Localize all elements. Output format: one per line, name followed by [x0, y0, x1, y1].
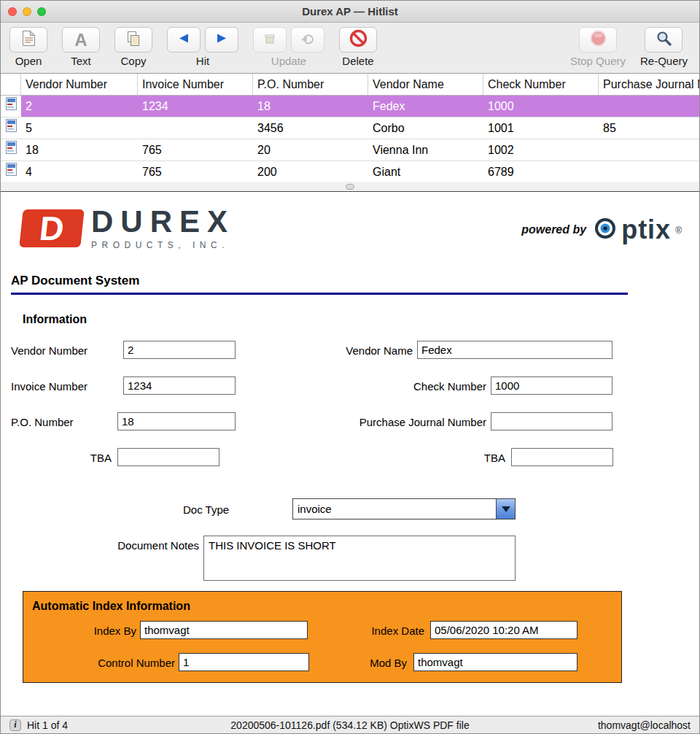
open-button-face[interactable] — [9, 27, 47, 53]
po-number-input[interactable] — [117, 412, 236, 430]
cell-vendor-name: Giant — [368, 161, 483, 182]
requery-button[interactable]: Re-Query — [640, 27, 688, 67]
undo-button[interactable] — [291, 27, 324, 53]
column-header-po-number[interactable]: P.O. Number — [253, 74, 368, 95]
copy-button-face[interactable] — [114, 27, 152, 53]
cell-invoice-number: 765 — [138, 161, 253, 182]
hit-label: Hit — [196, 55, 209, 67]
cell-invoice-number — [138, 117, 253, 139]
hitlist-body: 2 1234 18 Fedex 1000 5 3456 Corbo 1001 8… — [1, 96, 699, 182]
doc-type-combobox[interactable]: invoice — [292, 498, 516, 519]
durex-logo-subtext: PRODUCTS, INC. — [91, 240, 235, 250]
cell-invoice-number: 1234 — [138, 96, 253, 117]
requery-label: Re-Query — [640, 55, 688, 67]
table-row[interactable]: 18 765 20 Vienna Inn 1002 — [1, 139, 699, 161]
file-info-status: 20200506-101126.pdf (534.12 KB) OptixWS … — [155, 719, 545, 731]
check-number-label: Check Number — [380, 380, 486, 393]
close-button[interactable] — [8, 7, 17, 16]
open-button-label: Open — [15, 55, 42, 67]
vendor-number-input[interactable] — [123, 341, 236, 359]
index-by-label: Index By — [67, 625, 136, 637]
durex-logo-mark: D — [19, 209, 84, 247]
check-number-input[interactable] — [491, 376, 612, 395]
stop-query-button[interactable]: Stop Query — [570, 27, 626, 67]
minimize-button[interactable] — [23, 7, 31, 16]
hit-next-button[interactable] — [205, 27, 238, 53]
zoom-button[interactable] — [37, 7, 46, 16]
column-header-check-number[interactable]: Check Number — [483, 74, 599, 95]
invoice-number-label: Invoice Number — [11, 380, 88, 393]
update-group: Update — [253, 27, 324, 67]
cell-vendor-name: Corbo — [368, 117, 483, 139]
panel-title: Automatic Index Information — [32, 600, 190, 613]
table-row[interactable]: 2 1234 18 Fedex 1000 — [1, 96, 699, 117]
no-entry-icon — [349, 29, 368, 50]
cell-invoice-number: 765 — [138, 139, 253, 161]
column-header-vendor-number[interactable]: Vendor Number — [21, 74, 138, 95]
column-header-invoice-number[interactable]: Invoice Number — [138, 74, 253, 95]
text-button-face[interactable]: A — [62, 27, 100, 53]
mod-by-input[interactable] — [413, 653, 578, 671]
hit-count-status: Hit 1 of 4 — [27, 719, 68, 731]
invoice-number-input[interactable] — [123, 376, 236, 395]
stop-circle-icon — [589, 29, 607, 50]
index-date-input[interactable] — [430, 621, 578, 639]
update-button[interactable] — [253, 27, 287, 53]
text-button[interactable]: A Text — [62, 27, 100, 67]
mod-by-label: Mod By — [344, 657, 407, 669]
control-number-label: Control Number — [67, 657, 175, 669]
delete-button[interactable]: Delete — [339, 27, 377, 67]
purchase-journal-number-label: Purchase Journal Number — [322, 416, 486, 428]
document-notes-label: Document Notes — [88, 539, 199, 552]
section-title-information: Information — [23, 313, 87, 326]
open-button[interactable]: Open — [9, 27, 47, 67]
hit-previous-button[interactable] — [167, 27, 201, 53]
splitter-grip-icon[interactable] — [346, 184, 354, 190]
delete-button-face[interactable] — [339, 27, 377, 53]
po-number-label: P.O. Number — [11, 416, 74, 428]
pane-splitter[interactable] — [1, 182, 699, 192]
powered-by-text: powered by — [521, 223, 586, 236]
tba-left-input[interactable] — [117, 448, 219, 466]
heading-underline — [11, 293, 628, 295]
document-pane: D DUREX PRODUCTS, INC. powered by ptix ®… — [1, 192, 699, 716]
cell-po-number: 20 — [253, 139, 368, 161]
hitlist-header: Vendor Number Invoice Number P.O. Number… — [1, 74, 699, 96]
stop-query-face[interactable] — [579, 27, 617, 53]
copy-button-label: Copy — [120, 55, 146, 67]
doc-type-value: invoice — [293, 499, 496, 519]
letter-a-icon: A — [74, 31, 87, 49]
statusbar: i Hit 1 of 4 20200506-101126.pdf (534.12… — [1, 716, 699, 733]
optix-eye-icon — [594, 217, 617, 243]
document-notes-input[interactable]: THIS INVOICE IS SHORT — [203, 536, 516, 581]
requery-face[interactable] — [645, 27, 682, 53]
purchase-journal-number-input[interactable] — [491, 412, 612, 430]
cell-purchase-journal — [599, 161, 699, 182]
index-by-input[interactable] — [140, 621, 308, 639]
table-row[interactable]: 5 3456 Corbo 1001 85 — [1, 117, 699, 139]
window-title: Durex AP — Hitlist — [302, 5, 398, 18]
control-number-input[interactable] — [179, 653, 309, 671]
app-window: Durex AP — Hitlist Open A Text Copy — [0, 0, 700, 734]
tba-right-input[interactable] — [511, 448, 613, 466]
cell-vendor-name: Fedex — [368, 96, 483, 117]
index-date-label: Index Date — [344, 625, 424, 637]
column-header-icon — [1, 74, 21, 95]
chevron-down-icon[interactable] — [496, 499, 515, 519]
column-header-purchase-journal[interactable]: Purchase Journal Number — [599, 74, 699, 95]
stop-query-label: Stop Query — [570, 55, 626, 67]
table-row[interactable]: 4 765 200 Giant 6789 — [1, 161, 699, 182]
cell-check-number: 1001 — [483, 117, 599, 139]
column-header-vendor-name[interactable]: Vendor Name — [368, 74, 483, 95]
copy-pages-icon — [125, 31, 141, 50]
copy-button[interactable]: Copy — [114, 27, 152, 67]
cell-purchase-journal — [599, 139, 699, 161]
page-title: AP Document System — [11, 274, 139, 288]
pdf-file-icon — [6, 117, 17, 139]
vendor-name-input[interactable] — [417, 341, 612, 359]
pdf-file-icon — [6, 161, 17, 182]
pdf-file-icon — [6, 96, 17, 117]
cell-po-number: 18 — [253, 96, 368, 117]
inkwell-icon — [263, 32, 276, 48]
cell-check-number: 1002 — [483, 139, 599, 161]
